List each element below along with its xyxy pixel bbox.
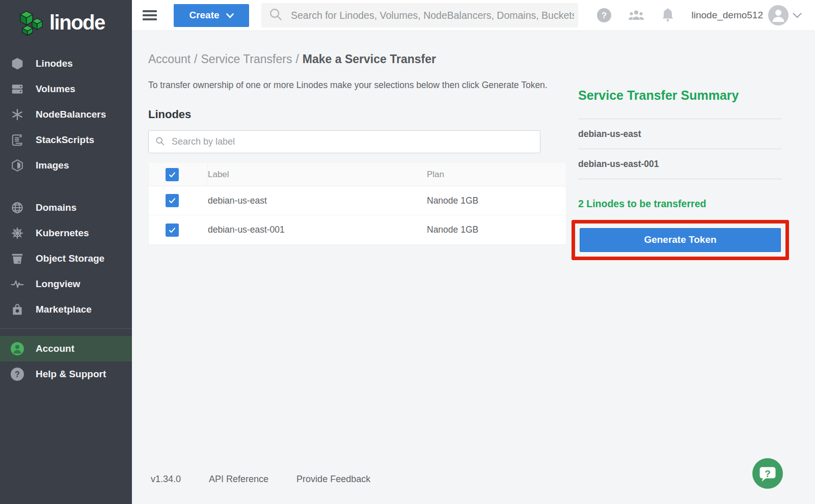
api-reference-link[interactable]: API Reference [209, 474, 268, 485]
annotation-highlight-box: Generate Token [572, 220, 789, 260]
top-bar: Create ? [132, 0, 815, 31]
sidebar-item-nodebalancers[interactable]: NodeBalancers [0, 102, 132, 127]
provide-feedback-link[interactable]: Provide Feedback [296, 474, 370, 485]
sidebar-item-label: Volumes [36, 83, 75, 95]
sidebar-item-label: Object Storage [36, 253, 104, 264]
table-header-checkbox-cell [149, 163, 208, 186]
sidebar-nav: Linodes Volumes [0, 51, 132, 387]
sidebar-item-label: Linodes [36, 58, 73, 69]
question-circle-icon: ? [10, 367, 25, 381]
notifications-bell-icon[interactable] [661, 8, 675, 23]
column-header-label[interactable]: Label [208, 170, 427, 180]
sidebar-item-help-support[interactable]: ? Help & Support [0, 361, 132, 387]
summary-count-text: 2 Linodes to be transferred [578, 198, 782, 210]
sidebar-item-account[interactable]: Account [0, 336, 132, 361]
sidebar-item-marketplace[interactable]: Marketplace [0, 297, 132, 322]
sidebar-item-longview[interactable]: Longview [0, 271, 132, 297]
transfer-form-column: Account/Service Transfers/Make a Service… [148, 52, 566, 260]
menu-icon[interactable] [143, 8, 157, 23]
global-search-input[interactable] [290, 9, 578, 22]
account-avatar-icon [10, 342, 25, 356]
row-checkbox[interactable] [166, 223, 179, 237]
top-right-controls: ? linode_demo512 [596, 5, 802, 25]
linode-label: debian-us-east-001 [208, 225, 427, 235]
globe-icon [10, 201, 25, 214]
generate-token-button[interactable]: Generate Token [580, 228, 781, 252]
help-icon[interactable]: ? [596, 8, 612, 23]
breadcrumb-service-transfers[interactable]: Service Transfers [201, 52, 292, 66]
sidebar-item-kubernetes[interactable]: Kubernetes [0, 220, 132, 246]
svg-text:?: ? [602, 11, 607, 20]
label-search-input[interactable] [171, 136, 534, 148]
sidebar-item-linodes[interactable]: Linodes [0, 51, 132, 76]
sidebar-item-stackscripts[interactable]: StackScripts [0, 127, 132, 153]
search-icon [155, 136, 165, 148]
label-search [148, 130, 540, 153]
linode-label: debian-us-east [208, 195, 427, 206]
column-header-plan[interactable]: Plan [427, 170, 566, 180]
sidebar-item-label: Domains [36, 202, 76, 213]
linode-logo-icon [19, 10, 43, 38]
cube-icon [10, 57, 25, 70]
kubernetes-wheel-icon [10, 227, 25, 240]
page-content: Account/Service Transfers/Make a Service… [132, 31, 815, 504]
create-button[interactable]: Create [174, 4, 249, 27]
main-column: Create ? [132, 0, 815, 504]
sidebar-item-label: Account [36, 343, 74, 354]
breadcrumb-account[interactable]: Account [148, 52, 191, 66]
linode-plan: Nanode 1GB [427, 195, 566, 206]
chevron-down-icon [226, 10, 234, 21]
search-icon [268, 7, 283, 24]
app-version: v1.34.0 [151, 474, 181, 485]
table-row: debian-us-east-001 Nanode 1GB [149, 215, 566, 244]
bucket-icon [10, 252, 25, 265]
shopping-bag-icon [10, 303, 25, 316]
service-transfer-summary-panel: Service Transfer Summary debian-us-east … [578, 52, 782, 260]
create-button-label: Create [189, 10, 219, 21]
row-checkbox[interactable] [166, 194, 179, 207]
transfer-description: To transfer ownership of one or more Lin… [148, 79, 559, 92]
sidebar-item-label: StackScripts [36, 134, 94, 146]
sidebar-item-label: Longview [36, 278, 80, 290]
volumes-icon [10, 82, 25, 96]
breadcrumb-separator: / [295, 52, 298, 66]
sidebar-item-images[interactable]: Images [0, 153, 132, 178]
summary-item: debian-us-east [578, 119, 782, 149]
svg-text:?: ? [15, 370, 20, 379]
linode-logo-text: linode [49, 12, 105, 33]
stackscript-icon [10, 133, 25, 147]
linodes-table: Label Plan debian-us-east Nanode 1GB [148, 163, 566, 245]
sidebar-item-label: Help & Support [36, 369, 106, 380]
community-icon[interactable] [627, 8, 645, 23]
row-checkbox-cell [149, 215, 208, 244]
avatar[interactable] [768, 5, 789, 25]
sidebar-item-volumes[interactable]: Volumes [0, 76, 132, 102]
row-checkbox-cell [149, 186, 208, 215]
pulse-icon [10, 277, 25, 291]
linode-logo[interactable]: linode [0, 0, 132, 45]
sidebar-item-label: Marketplace [36, 304, 92, 315]
breadcrumb-separator: / [194, 52, 197, 66]
summary-item: debian-us-east-001 [578, 149, 782, 179]
app-window: linode Linodes Volumes [0, 0, 815, 504]
svg-text:?: ? [765, 468, 771, 479]
select-all-checkbox[interactable] [166, 168, 179, 181]
linodes-section-title: Linodes [148, 108, 566, 121]
breadcrumb: Account/Service Transfers/Make a Service… [148, 52, 566, 66]
sidebar-item-label: NodeBalancers [36, 109, 106, 120]
username[interactable]: linode_demo512 [691, 10, 763, 21]
page-title: Make a Service Transfer [303, 52, 436, 66]
footer: v1.34.0 API Reference Provide Feedback [151, 474, 370, 485]
linode-plan: Nanode 1GB [427, 225, 566, 235]
sidebar-item-domains[interactable]: Domains [0, 195, 132, 220]
floating-help-button[interactable]: ? [752, 458, 783, 489]
account-menu-chevron-icon[interactable] [793, 13, 802, 18]
summary-title: Service Transfer Summary [578, 88, 782, 103]
sidebar-item-object-storage[interactable]: Object Storage [0, 246, 132, 271]
nav-group-spacer [0, 178, 132, 195]
sidebar-item-label: Images [36, 160, 69, 171]
table-row: debian-us-east Nanode 1GB [149, 186, 566, 215]
global-search [261, 3, 578, 27]
nav-divider [0, 328, 132, 329]
nodebalancer-icon [10, 108, 25, 121]
